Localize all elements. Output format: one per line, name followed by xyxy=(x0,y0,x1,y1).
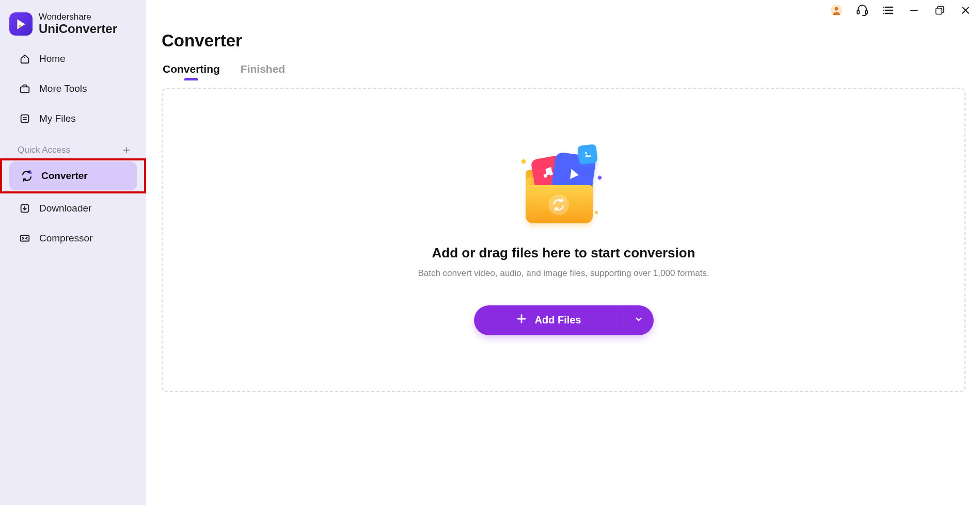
sync-icon xyxy=(548,194,569,215)
sidebar-item-label: More Tools xyxy=(39,83,87,94)
svg-point-8 xyxy=(29,172,32,174)
converter-icon xyxy=(21,170,33,182)
svg-rect-2 xyxy=(21,87,29,92)
svg-point-21 xyxy=(883,13,884,14)
menu-icon[interactable] xyxy=(879,1,897,20)
sidebar-item-label: Downloader xyxy=(39,203,91,214)
tab-converting[interactable]: Converting xyxy=(163,63,220,80)
download-icon xyxy=(19,202,31,215)
quick-access-header: Quick Access xyxy=(0,134,146,158)
svg-point-20 xyxy=(883,10,884,11)
svg-rect-3 xyxy=(21,115,29,123)
highlight-converter: Converter xyxy=(0,158,146,193)
image-icon xyxy=(577,144,598,165)
tab-finished[interactable]: Finished xyxy=(241,63,285,80)
tab-label: Converting xyxy=(163,63,220,75)
chevron-down-icon xyxy=(634,315,643,326)
dropzone-heading: Add or drag files here to start conversi… xyxy=(432,245,696,261)
tab-label: Finished xyxy=(241,63,285,75)
sidebar-item-compressor[interactable]: Compressor xyxy=(7,224,139,253)
sidebar-item-more-tools[interactable]: More Tools xyxy=(7,74,139,103)
dropzone-subtext: Batch convert video, audio, and image fi… xyxy=(418,268,709,279)
sidebar: Wondershare UniConverter Home More Tools… xyxy=(0,0,146,505)
brand: Wondershare UniConverter xyxy=(0,7,146,44)
svg-rect-11 xyxy=(21,236,29,241)
home-icon xyxy=(19,53,31,65)
svg-rect-24 xyxy=(936,8,942,14)
plus-icon xyxy=(516,313,527,327)
add-files-label: Add Files xyxy=(534,314,581,326)
maximize-icon[interactable] xyxy=(930,1,949,20)
svg-point-19 xyxy=(883,7,884,8)
minimize-icon[interactable] xyxy=(905,1,923,20)
sidebar-item-my-files[interactable]: My Files xyxy=(7,104,139,133)
add-files-button[interactable]: Add Files xyxy=(474,305,624,335)
sidebar-item-label: My Files xyxy=(39,113,76,124)
titlebar xyxy=(146,0,980,21)
sidebar-item-label: Converter xyxy=(41,170,88,182)
main-content: Converter Converting Finished xyxy=(146,0,980,505)
compressor-icon xyxy=(19,232,31,245)
quick-access-add-button[interactable] xyxy=(121,145,132,155)
toolbox-icon xyxy=(19,83,31,95)
files-icon xyxy=(19,112,31,125)
quick-access-label: Quick Access xyxy=(18,145,70,155)
svg-point-29 xyxy=(584,152,587,154)
support-icon[interactable] xyxy=(853,1,872,20)
account-icon[interactable] xyxy=(827,1,846,20)
page-title: Converter xyxy=(146,21,980,51)
tabs: Converting Finished xyxy=(146,51,980,80)
add-files-group: Add Files xyxy=(474,305,654,335)
sidebar-item-label: Compressor xyxy=(39,233,92,244)
dropzone-illustration-icon xyxy=(517,145,610,233)
sidebar-item-downloader[interactable]: Downloader xyxy=(7,194,139,223)
brand-line2: UniConverter xyxy=(39,22,117,36)
svg-point-13 xyxy=(835,7,839,11)
brand-logo-icon xyxy=(9,12,33,36)
sidebar-item-home[interactable]: Home xyxy=(7,44,139,73)
svg-point-1 xyxy=(24,57,25,58)
sidebar-item-label: Home xyxy=(39,53,66,64)
add-files-dropdown-button[interactable] xyxy=(624,305,654,335)
brand-line1: Wondershare xyxy=(39,12,117,22)
sidebar-item-converter[interactable]: Converter xyxy=(9,161,137,190)
close-icon[interactable] xyxy=(956,1,975,20)
dropzone[interactable]: Add or drag files here to start conversi… xyxy=(162,88,966,392)
svg-point-0 xyxy=(19,24,21,27)
